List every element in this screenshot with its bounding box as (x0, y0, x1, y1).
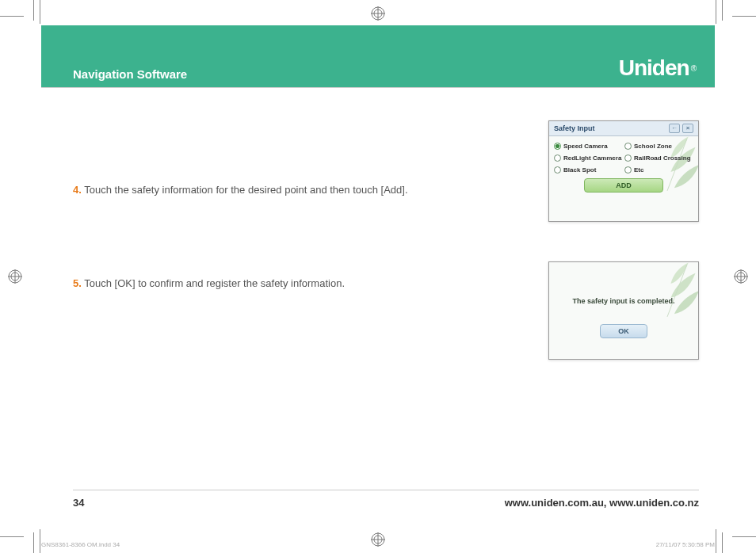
register-mark-icon (371, 6, 385, 21)
slug-timestamp: 27/11/07 5:30:58 PM (656, 541, 715, 548)
ok-button[interactable]: OK (600, 324, 647, 338)
content-area: 4. Touch the safety information for the … (73, 120, 699, 479)
option-railroad-crossing[interactable]: RailRoad Crossing (624, 154, 693, 162)
close-icon[interactable]: × (682, 124, 693, 133)
manual-page: Navigation Software Uniden® 4. Touch the… (41, 25, 715, 526)
confirmation-panel: The safety input is completed. OK (548, 261, 699, 360)
step-5-row: 5. Touch [OK] to confirm and register th… (73, 246, 699, 360)
print-slug: GNS8361-8366 OM.indd 34 27/11/07 5:30:58… (41, 541, 715, 548)
brand-logo: Uniden® (619, 55, 696, 81)
safety-input-panel: Safety Input ← × Speed Camera (548, 120, 699, 222)
step-body: Touch [OK] to confirm and register the s… (84, 277, 345, 289)
option-etc[interactable]: Etc (624, 166, 693, 174)
page-number: 34 (73, 497, 84, 509)
back-icon[interactable]: ← (669, 124, 680, 133)
option-school-zone[interactable]: School Zone (624, 143, 693, 150)
option-redlight-camera[interactable]: RedLight Cammera (554, 154, 623, 162)
section-title: Navigation Software (73, 67, 187, 81)
step-4-text: 4. Touch the safety information for the … (73, 120, 548, 196)
divider (41, 87, 715, 88)
step-4-row: 4. Touch the safety information for the … (73, 120, 699, 222)
safety-options: Speed Camera School Zone RedLight Cammer… (554, 143, 693, 174)
panel-title-bar: Safety Input ← × (549, 121, 698, 136)
panel-title-text: Safety Input (554, 124, 595, 132)
option-speed-camera[interactable]: Speed Camera (554, 143, 623, 150)
register-mark-icon (734, 269, 748, 284)
step-5-text: 5. Touch [OK] to confirm and register th… (73, 246, 548, 289)
header-bar: Navigation Software Uniden® (41, 25, 715, 87)
confirmation-message: The safety input is completed. (554, 269, 693, 305)
add-button[interactable]: ADD (584, 178, 663, 193)
step-number: 5. (73, 277, 82, 289)
step-body: Touch the safety information for the des… (84, 184, 407, 196)
slug-file: GNS8361-8366 OM.indd 34 (41, 541, 120, 548)
footer-urls: www.uniden.com.au, www.uniden.co.nz (505, 497, 699, 509)
register-mark-icon (8, 269, 22, 284)
step-number: 4. (73, 184, 82, 196)
page-footer: 34 www.uniden.com.au, www.uniden.co.nz (73, 490, 699, 509)
option-black-spot[interactable]: Black Spot (554, 166, 623, 174)
